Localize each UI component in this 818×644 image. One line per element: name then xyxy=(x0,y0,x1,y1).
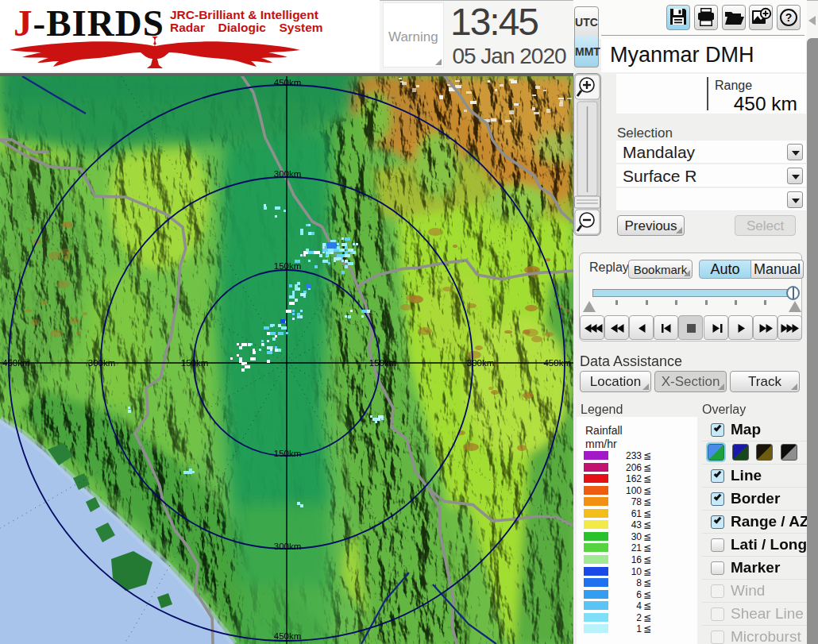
svg-text:?: ? xyxy=(785,11,793,24)
svg-text:450km: 450km xyxy=(274,631,302,641)
svg-text:150km: 150km xyxy=(274,449,302,458)
svg-text:450km: 450km xyxy=(543,358,571,368)
svg-text:300km: 300km xyxy=(88,358,116,368)
svg-text:300km: 300km xyxy=(274,169,302,179)
svg-text:450km: 450km xyxy=(274,78,302,87)
svg-text:450km: 450km xyxy=(2,358,30,368)
svg-text:300km: 300km xyxy=(274,542,302,551)
svg-text:300km: 300km xyxy=(467,358,495,368)
svg-text:150km: 150km xyxy=(369,358,397,368)
svg-text:150km: 150km xyxy=(181,358,209,368)
